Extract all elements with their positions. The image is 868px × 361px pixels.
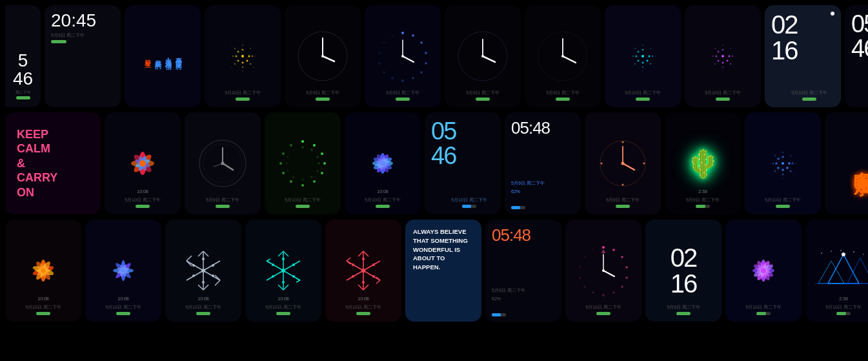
card-0216-b[interactable]: 0216 5月9日 周二下午 <box>645 220 722 322</box>
svg-point-265 <box>579 276 581 279</box>
svg-point-64 <box>634 63 636 65</box>
chinese-text-1: 發生 <box>143 54 152 58</box>
svg-point-162 <box>782 156 784 158</box>
card-analog-rose[interactable]: 5月9日 周二下午 <box>585 112 661 214</box>
svg-line-211 <box>215 280 220 285</box>
svg-point-19 <box>231 67 232 68</box>
svg-point-15 <box>250 48 251 49</box>
card-dot-spiral-blue2[interactable]: 5月10日 周二下午 <box>745 112 821 214</box>
card-snowflake-red[interactable]: 10:08 5月10日 周二下午 <box>325 220 401 322</box>
svg-point-27 <box>321 55 324 57</box>
card-drink-water[interactable]: 多喝热水 <box>825 112 868 214</box>
clock-dots-icon <box>376 30 429 83</box>
card-0548-a[interactable]: 05:48 5月9日 周二下午 62% <box>505 112 581 214</box>
card-0546-blue[interactable]: 0546 5月10日 周二下午 <box>425 112 501 214</box>
svg-point-1 <box>248 56 250 57</box>
svg-point-91 <box>735 56 736 57</box>
card-neon-cactus[interactable]: 🌵 2:38 5月9日 周二下午 <box>665 112 741 214</box>
svg-line-47 <box>483 56 495 62</box>
svg-point-154 <box>621 162 625 165</box>
card-dot-spiral-gold[interactable]: 5月10日 周二下午 <box>205 5 281 107</box>
svg-point-191 <box>41 268 46 273</box>
svg-line-223 <box>283 251 288 256</box>
card-partial-left[interactable]: 546 周二下午 <box>5 5 41 107</box>
card-analog-gray[interactable]: 5月9日 周二下午 <box>185 112 261 214</box>
card-mountain-neon[interactable]: 2:38 5月10日 周二下午 <box>805 220 868 322</box>
svg-point-251 <box>352 263 354 266</box>
svg-point-31 <box>425 52 427 54</box>
card-dot-ring-green[interactable]: 5月10日 周二下午 <box>265 112 341 214</box>
svg-line-51 <box>563 56 576 63</box>
card-always-believe[interactable]: ALWAYS BELIEVETHAT SOMETHINGWONDERFUL IS… <box>405 220 481 322</box>
svg-point-256 <box>612 249 615 251</box>
svg-point-21 <box>231 45 232 46</box>
svg-point-8 <box>252 56 253 57</box>
card-mandala-blue2[interactable]: 10:08 5月10日 周二下午 <box>85 220 161 322</box>
card-analog-pink-dots[interactable]: 5月10日 周二下午 <box>565 220 641 322</box>
card-mandala-flame[interactable]: 10:08 5月10日 周二下午 <box>105 112 181 214</box>
svg-point-22 <box>242 41 243 42</box>
svg-point-126 <box>317 170 319 172</box>
card-snowflake-teal[interactable]: 10:08 5月10日 周二下午 <box>245 220 321 322</box>
svg-point-112 <box>321 152 323 155</box>
card-analog-minimal-2[interactable]: 5月9日 周二下午 <box>445 5 521 107</box>
svg-point-5 <box>236 56 237 57</box>
svg-point-288 <box>831 251 832 252</box>
card-purple-flower[interactable]: 5月10日 周二下午 <box>725 220 802 322</box>
clock-face-2-icon <box>457 30 509 82</box>
svg-point-6 <box>237 51 239 53</box>
svg-point-233 <box>272 263 274 266</box>
dot-ring-green-icon <box>275 136 330 191</box>
svg-point-165 <box>782 174 784 176</box>
svg-point-66 <box>634 48 636 49</box>
card-keep-calm[interactable]: KEEPCALM&CARRYON <box>5 112 101 214</box>
svg-point-114 <box>321 172 323 174</box>
card-2045[interactable]: 20:45 5月9日 周二下午 <box>45 5 121 107</box>
svg-point-40 <box>383 41 385 44</box>
svg-point-35 <box>401 79 404 82</box>
svg-line-246 <box>376 280 380 284</box>
svg-point-146 <box>380 161 385 166</box>
svg-point-155 <box>782 162 784 165</box>
svg-point-71 <box>642 70 643 72</box>
svg-point-291 <box>840 250 842 251</box>
card-mandala-orange[interactable]: 10:08 5月10日 周二下午 <box>5 220 81 322</box>
card-dot-spiral-teal[interactable]: 5月10日 周二下午 <box>605 5 681 107</box>
svg-point-261 <box>612 291 615 294</box>
card-analog-minimal-3[interactable]: 5月9日 周二下午 <box>525 5 601 107</box>
card-mandala-blue[interactable]: 10:08 5月10日 周二下午 <box>345 112 421 214</box>
svg-point-124 <box>317 156 319 158</box>
svg-line-241 <box>363 251 368 256</box>
card-analog-blue-dots[interactable]: 5月9日 周二下午 <box>365 5 441 107</box>
svg-point-32 <box>425 62 427 65</box>
card-chinese-1[interactable]: 發生 美好的 永遠相信 事情即將 <box>125 5 201 107</box>
card-snowflake-white[interactable]: 10:08 5月10日 周二下午 <box>165 220 241 322</box>
svg-point-70 <box>653 67 654 68</box>
svg-point-7 <box>242 49 244 51</box>
svg-point-12 <box>232 56 234 57</box>
mandala-orange-icon <box>18 245 68 296</box>
svg-point-11 <box>234 63 236 65</box>
svg-point-149 <box>643 163 645 165</box>
svg-point-119 <box>279 162 282 165</box>
cactus-icon: 🌵 <box>686 148 720 180</box>
card-0548-b[interactable]: 05:48 5月9日 周二下午 62% <box>485 220 561 322</box>
svg-point-230 <box>281 269 285 273</box>
svg-line-222 <box>278 251 283 256</box>
svg-point-213 <box>202 258 205 260</box>
purple-flower-icon <box>738 245 789 296</box>
svg-point-167 <box>772 163 774 165</box>
svg-point-68 <box>650 48 651 49</box>
svg-point-74 <box>631 45 632 46</box>
card-dot-spiral-purple[interactable]: 5月10日 周二下午 <box>685 5 761 107</box>
svg-point-290 <box>863 254 864 255</box>
svg-point-77 <box>727 60 729 62</box>
card-0546-r1[interactable]: 0546 5月10日 周二下午 <box>845 5 868 107</box>
svg-point-52 <box>561 55 564 57</box>
svg-point-248 <box>361 269 365 273</box>
card-analog-minimal-1[interactable]: 5月9日 周二下午 <box>285 5 361 107</box>
svg-line-209 <box>187 256 192 261</box>
svg-point-218 <box>212 264 214 267</box>
card-0216[interactable]: 0216 5月10日 周二下午 <box>765 5 841 107</box>
svg-point-38 <box>378 62 381 65</box>
